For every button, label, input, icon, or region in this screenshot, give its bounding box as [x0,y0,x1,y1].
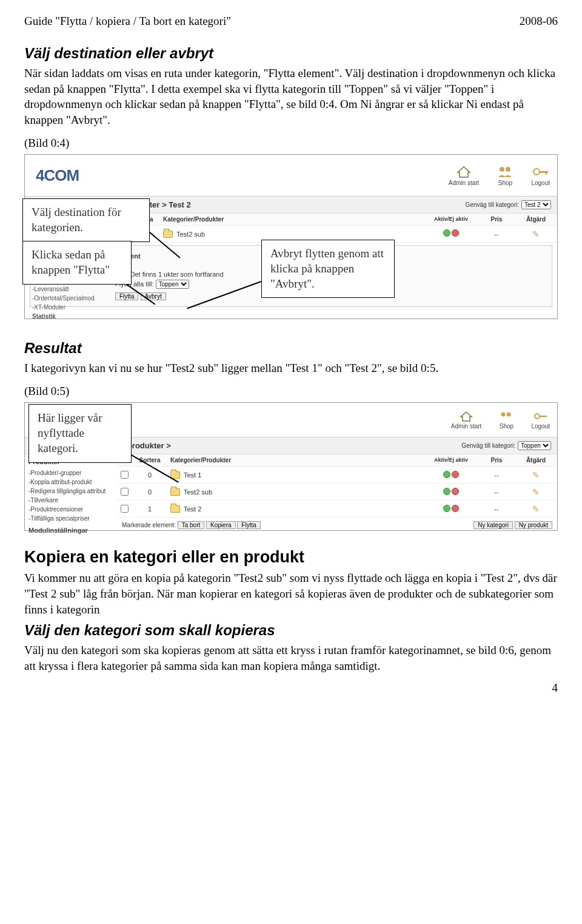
status-green-icon[interactable] [443,229,450,237]
svg-point-2 [534,169,540,175]
row-price: -- [478,231,515,238]
shortcut-label: Genväg till kategori: [466,201,519,208]
status-red-icon[interactable] [452,471,459,478]
screenshot-04: 4COM Admin start Shop Logout ala produkt… [24,154,558,319]
row-checkbox[interactable] [121,505,129,513]
side-link[interactable]: -Redigera tillgängliga attribut [28,487,113,496]
edit-icon[interactable] [532,470,540,479]
flytta-button[interactable]: Flytta [115,292,138,300]
status-red-icon[interactable] [452,488,459,495]
home-icon [456,165,472,178]
move-button[interactable]: Flytta [237,521,260,529]
side-link[interactable]: -Produkter/-grupper [28,468,113,477]
nav-shop[interactable]: Shop [496,165,514,186]
new-category-button[interactable]: Ny kategori [473,521,513,529]
new-product-button[interactable]: Ny produkt [515,521,552,529]
shortcut-select2[interactable]: Toppen [518,441,551,450]
folder-icon [170,488,180,496]
row-price: -- [478,488,515,496]
topbar: 4COM Admin start Shop Logout [25,155,557,197]
shortcut-label2: Genväg till kategori: [462,442,515,449]
nav-shop2[interactable]: Shop [498,411,514,430]
row-price: -- [478,471,515,479]
table-row: 0 Test2 sub -- [117,484,557,501]
table-header2: Sortera Kategorier/Produkter Aktiv/Ej ak… [117,454,557,467]
side-link[interactable]: -XT-Moduler [32,303,95,312]
side-link[interactable]: -Leveranssätt [32,285,95,294]
page-header: Guide "Flytta / kopiera / Ta bort en kat… [24,15,558,28]
nav-logout-label: Logout [531,180,550,186]
row-name[interactable]: Test2 sub [184,488,212,496]
col-pris: Pris [478,216,515,223]
svg-point-7 [535,414,540,419]
svg-point-6 [507,412,511,416]
status-red-icon[interactable] [452,505,459,512]
edit-icon[interactable] [532,487,540,496]
nav-logout[interactable]: Logout [531,165,550,186]
status-red-icon[interactable] [452,229,459,237]
section2-body: I kategorivyn kan vi nu se hur "Test2 su… [24,360,558,376]
col-atgard2: Åtgärd [515,457,557,464]
header-right: 2008-06 [520,15,558,28]
side-section: Statistik [32,312,95,321]
delete-button[interactable]: Ta bort [178,521,205,529]
copy-button[interactable]: Kopiera [206,521,235,529]
side-section2: Modulinställningar [28,525,113,536]
nav-icons2: Admin start Shop Logout [451,411,550,430]
callout-nyflyttade: Här ligger vår nyflyttade kategori. [28,404,132,462]
side-link[interactable]: -Koppla attribut-produkt [28,477,113,487]
screenshot-05: Admin start Shop Logout kala produkter >… [24,402,558,531]
nav-shop-label: Shop [498,180,512,186]
svg-rect-8 [540,416,547,417]
section4-body: Välj nu den kategori som ska kopieras ge… [24,642,558,673]
edit-icon[interactable] [532,229,540,238]
edit-icon[interactable] [532,504,540,513]
section3-body: Vi kommer nu att göra en kopia på katego… [24,570,558,617]
folder-icon [170,505,180,513]
flytta-destination-select[interactable]: Toppen [156,280,189,289]
nav-admin-label: Admin start [449,180,480,186]
shortcut-select[interactable]: Test 2 [521,200,551,209]
col-aktiv: Aktiv/Ej aktiv [424,217,478,223]
row-checkbox[interactable] [121,471,129,479]
table-row: 1 Test 2 -- [117,501,557,518]
svg-point-1 [506,167,510,172]
status-green-icon[interactable] [443,488,450,495]
row-name[interactable]: Test2 sub [176,231,205,238]
col-katprod: Kategorier/Produkter [161,216,424,223]
status-green-icon[interactable] [443,505,450,512]
row-price: -- [478,505,515,513]
nav-shop-label2: Shop [500,423,513,430]
nav-logout-label2: Logout [531,423,550,430]
col-katprod2: Kategorier/Produkter [168,457,424,464]
section1-body: När sidan laddats om visas en ruta under… [24,66,558,128]
section1-title: Välj destination eller avbryt [24,45,558,62]
svg-rect-4 [546,171,547,175]
row-sort: 0 [132,488,168,496]
side-link[interactable]: -Produktrecensioner [28,505,113,514]
row-name[interactable]: Test 2 [184,505,201,513]
action-buttons: Markerade element: Ta bort Kopiera Flytt… [117,518,557,533]
side-link[interactable]: -Tillverkare [28,496,113,505]
key-icon [532,165,549,178]
callout-avbryt: Avbryt flytten genom att klicka på knapp… [261,240,395,298]
nav-admin2[interactable]: Admin start [451,411,482,430]
users-icon [498,411,514,422]
table-row: 0 Test 1 -- [117,467,557,484]
nav-admin[interactable]: Admin start [449,165,480,186]
row-name[interactable]: Test 1 [184,471,201,479]
bildref-04: (Bild 0:4) [24,135,558,151]
svg-point-0 [500,167,504,172]
nav-logout2[interactable]: Logout [531,411,550,430]
side-link[interactable]: -Tillfälliga specialpriser [28,514,113,523]
page-number: 4 [552,681,558,695]
col-pris2: Pris [478,457,515,464]
header-left: Guide "Flytta / kopiera / Ta bort en kat… [24,15,231,28]
status-green-icon[interactable] [443,471,450,478]
col-atgard: Åtgärd [515,216,557,223]
row-checkbox[interactable] [121,488,129,496]
users-icon [496,165,514,178]
side-link[interactable]: -Ordertotal/Specialmod [32,294,95,303]
logo-4com: 4COM [36,166,79,185]
nav-icons: Admin start Shop Logout [449,165,550,186]
